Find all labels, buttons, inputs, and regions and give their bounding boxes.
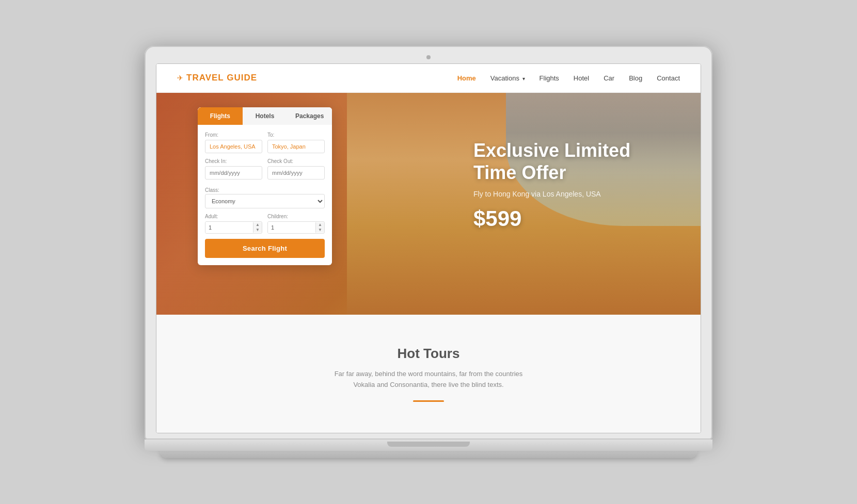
to-group: To:: [267, 132, 325, 153]
nav-link-flights[interactable]: Flights: [539, 74, 559, 82]
class-select[interactable]: Economy Business First Class: [205, 194, 325, 208]
brand-icon: ✈: [177, 74, 183, 82]
checkin-group: Check In:: [205, 158, 262, 180]
adult-increment[interactable]: ▲: [253, 222, 262, 227]
children-label: Children:: [267, 214, 325, 219]
adult-group: Adult: ▲ ▼: [205, 214, 262, 234]
adult-spinners: ▲ ▼: [253, 222, 262, 233]
nav-item-blog[interactable]: Blog: [629, 73, 642, 83]
booking-body: From: To: Che: [198, 125, 332, 265]
laptop-frame: ✈ TRAVEL GUIDE Home Vacations ▾: [145, 46, 712, 459]
nav-item-vacations[interactable]: Vacations ▾: [490, 73, 525, 83]
adult-label: Adult:: [205, 214, 262, 219]
nav-link-home[interactable]: Home: [457, 74, 476, 82]
checkin-row: Check In: Check Out:: [205, 158, 325, 180]
children-stepper: ▲ ▼: [267, 221, 325, 234]
laptop-foot: [160, 451, 697, 458]
children-group: Children: ▲ ▼: [267, 214, 325, 234]
to-label: To:: [267, 132, 325, 138]
from-label: From:: [205, 132, 262, 138]
class-label: Class:: [205, 187, 219, 193]
hero-section: Exclusive Limited Time Offer Fly to Hong…: [156, 93, 701, 315]
from-input[interactable]: [205, 140, 262, 153]
adult-stepper: ▲ ▼: [205, 221, 262, 234]
section-divider: [413, 400, 444, 402]
nav-item-home[interactable]: Home: [457, 73, 476, 83]
nav-item-flights[interactable]: Flights: [539, 73, 559, 83]
booking-card: Flights Hotels Packages From:: [198, 107, 332, 265]
nav-item-hotel[interactable]: Hotel: [574, 73, 589, 83]
section-title: Hot Tours: [177, 346, 680, 362]
section-description: Far far away, behind the word mountains,…: [330, 369, 527, 391]
nav-link-hotel[interactable]: Hotel: [574, 74, 589, 82]
screen: ✈ TRAVEL GUIDE Home Vacations ▾: [156, 63, 701, 434]
nav-item-car[interactable]: Car: [604, 73, 614, 83]
hero-content: Exclusive Limited Time Offer Fly to Hong…: [473, 139, 670, 231]
checkin-label: Check In:: [205, 158, 262, 164]
checkout-input[interactable]: [267, 166, 325, 180]
hot-tours-section: Hot Tours Far far away, behind the word …: [156, 315, 701, 433]
to-input[interactable]: [267, 140, 325, 153]
search-flight-button[interactable]: Search Flight: [205, 239, 325, 258]
booking-tabs: Flights Hotels Packages: [198, 107, 332, 125]
navbar: ✈ TRAVEL GUIDE Home Vacations ▾: [156, 64, 701, 93]
children-input[interactable]: [268, 222, 315, 233]
pax-row: Adult: ▲ ▼: [205, 214, 325, 234]
nav-link-blog[interactable]: Blog: [629, 74, 642, 82]
from-group: From:: [205, 132, 262, 153]
nav-link-vacations[interactable]: Vacations ▾: [490, 74, 525, 82]
class-group: Class: Economy Business First Class: [205, 185, 325, 208]
from-to-row: From: To:: [205, 132, 325, 153]
brand: ✈ TRAVEL GUIDE: [177, 73, 257, 83]
tab-packages[interactable]: Packages: [287, 107, 332, 125]
adult-decrement[interactable]: ▼: [253, 227, 262, 233]
screen-frame: ✈ TRAVEL GUIDE Home Vacations ▾: [145, 46, 712, 440]
tab-flights[interactable]: Flights: [198, 107, 243, 125]
nav-link-contact[interactable]: Contact: [657, 74, 680, 82]
nav-link-car[interactable]: Car: [604, 74, 614, 82]
camera: [426, 55, 431, 59]
children-spinners: ▲ ▼: [315, 222, 324, 233]
checkout-group: Check Out:: [267, 158, 325, 180]
hero-subtitle: Fly to Hong Kong via Los Angeles, USA: [473, 190, 670, 198]
checkout-label: Check Out:: [267, 158, 325, 164]
adult-input[interactable]: [205, 222, 253, 233]
laptop-base: [145, 440, 712, 451]
tab-hotels[interactable]: Hotels: [243, 107, 288, 125]
children-decrement[interactable]: ▼: [316, 227, 324, 233]
chevron-down-icon: ▾: [522, 76, 525, 82]
brand-name: TRAVEL GUIDE: [186, 73, 257, 83]
checkin-input[interactable]: [205, 166, 262, 180]
nav-menu: Home Vacations ▾ Flights Hotel: [457, 73, 680, 83]
website: ✈ TRAVEL GUIDE Home Vacations ▾: [156, 64, 701, 433]
hero-title: Exclusive Limited Time Offer: [473, 139, 670, 184]
children-increment[interactable]: ▲: [316, 222, 324, 227]
nav-item-contact[interactable]: Contact: [657, 73, 680, 83]
hero-price: $599: [473, 206, 670, 231]
